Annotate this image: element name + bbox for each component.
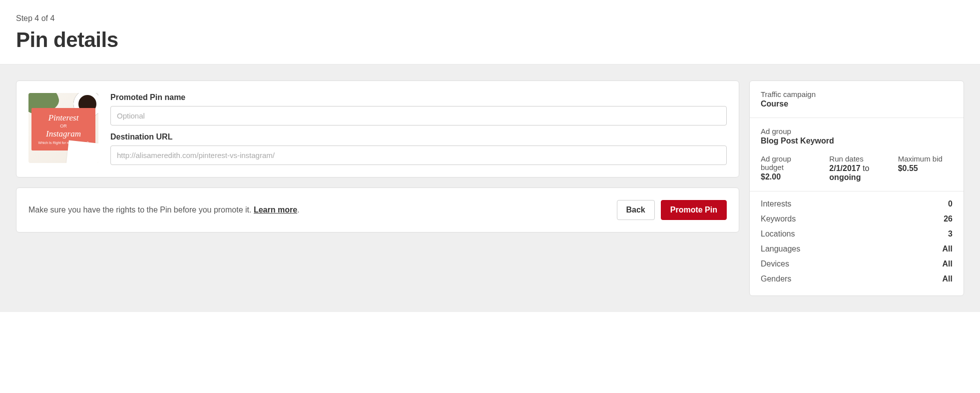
max-bid-block: Maximum bid $0.55 [898,154,953,182]
rights-notice: Make sure you have the rights to the Pin… [28,206,300,214]
action-card: Make sure you have the rights to the Pin… [16,188,739,232]
campaign-label: Traffic campaign [761,90,953,98]
destination-url-input[interactable] [110,146,727,165]
stat-row-interests: Interests 0 [761,196,953,212]
page-title: Pin details [16,28,964,52]
max-bid-label: Maximum bid [898,154,953,163]
field-pin-name: Promoted Pin name [110,93,727,126]
action-buttons: Back Promote Pin [617,200,727,220]
targeting-stats: Interests 0 Keywords 26 Locations 3 Lang… [750,192,964,296]
run-dates-block: Run dates 2/1/2017 to ongoing [829,154,884,182]
adgroup-section: Ad group Blog Post Keyword Ad group budg… [750,118,964,192]
adgroup-details: Ad group budget $2.00 Run dates 2/1/2017… [761,154,953,182]
stat-label: Interests [761,200,791,208]
stat-row-devices: Devices All [761,256,953,272]
thumb-text-line2: OR [33,124,93,128]
budget-block: Ad group budget $2.00 [761,154,815,182]
pin-thumbnail[interactable]: Pinterest OR Instagram Which Is Right fo… [28,93,98,163]
run-dates-label: Run dates [829,154,884,163]
stat-row-languages: Languages All [761,242,953,256]
stat-row-keywords: Keywords 26 [761,212,953,226]
stat-value: 3 [948,230,953,238]
learn-more-link[interactable]: Learn more [254,206,297,214]
back-button[interactable]: Back [617,200,655,220]
run-start-date: 2/1/2017 [829,164,860,172]
rights-period: . [297,206,299,214]
content-area: Pinterest OR Instagram Which Is Right fo… [0,64,980,312]
stat-value: All [943,274,953,284]
main-column: Pinterest OR Instagram Which Is Right fo… [16,80,739,232]
run-to-text: to [861,164,870,172]
thumb-decor-paper [66,140,98,163]
form-fields: Promoted Pin name Destination URL [110,93,727,165]
destination-url-label: Destination URL [110,132,727,142]
campaign-section: Traffic campaign Course [750,81,964,118]
thumb-text-line3: Instagram [33,129,93,139]
budget-label: Ad group budget [761,154,815,172]
pin-name-input[interactable] [110,106,727,126]
step-indicator: Step 4 of 4 [16,14,964,23]
stat-label: Languages [761,244,800,254]
summary-sidebar: Traffic campaign Course Ad group Blog Po… [749,80,964,296]
stat-label: Locations [761,230,795,238]
pin-name-label: Promoted Pin name [110,93,727,102]
stat-label: Devices [761,260,789,268]
stat-value: All [943,244,953,254]
stat-label: Keywords [761,214,796,224]
thumb-text-line1: Pinterest [33,113,93,123]
budget-value: $2.00 [761,172,815,182]
run-ongoing: ongoing [829,173,861,182]
adgroup-value: Blog Post Keyword [761,136,953,146]
max-bid-value: $0.55 [898,164,953,173]
page-header: Step 4 of 4 Pin details [0,0,980,64]
rights-text: Make sure you have the rights to the Pin… [28,206,254,214]
stat-value: 0 [948,200,953,208]
stat-row-genders: Genders All [761,272,953,286]
stat-row-locations: Locations 3 [761,226,953,242]
campaign-value: Course [761,100,953,108]
stat-value: All [943,260,953,268]
stat-value: 26 [944,214,953,224]
run-dates-value: 2/1/2017 to ongoing [829,164,884,182]
field-destination-url: Destination URL [110,132,727,165]
stat-label: Genders [761,274,791,284]
promote-pin-button[interactable]: Promote Pin [661,200,727,220]
adgroup-label: Ad group [761,127,953,136]
pin-form-card: Pinterest OR Instagram Which Is Right fo… [16,80,739,178]
